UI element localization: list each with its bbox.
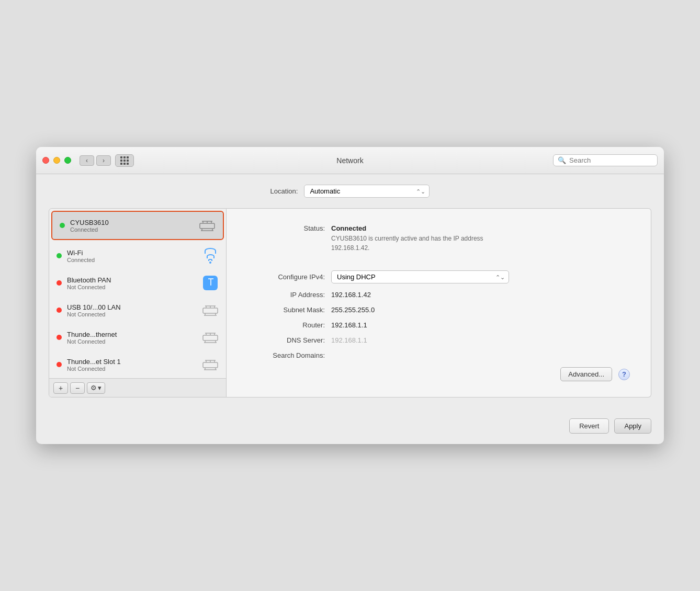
network-status: Not Connected — [67, 338, 197, 345]
sidebar-item-cyusb3610[interactable]: CYUSB3610 Connected — [51, 211, 224, 240]
location-label: Location: — [270, 187, 298, 195]
network-info: Thunde...et Slot 1 Not Connected — [67, 358, 197, 372]
network-status: Not Connected — [67, 366, 197, 372]
configure-ipv4-row: Configure IPv4: Using DHCP — [247, 270, 630, 283]
network-info: CYUSB3610 Connected — [70, 219, 194, 233]
ethernet-icon — [202, 302, 219, 319]
search-input[interactable] — [569, 156, 653, 164]
grid-button[interactable] — [115, 154, 134, 167]
svg-rect-8 — [203, 308, 218, 313]
network-name: Thunde...thernet — [67, 331, 197, 338]
ip-address-label: IP Address: — [247, 291, 331, 299]
status-dot-green — [57, 253, 62, 258]
network-status: Not Connected — [67, 311, 197, 317]
network-name: USB 10/...00 LAN — [67, 303, 197, 311]
svg-rect-24 — [203, 362, 218, 368]
ip-address-row: IP Address: 192.168.1.42 — [247, 291, 630, 299]
sidebar: CYUSB3610 Connected — [49, 208, 227, 397]
subnet-mask-value: 255.255.255.0 — [331, 306, 375, 314]
status-dot-red — [57, 280, 62, 286]
search-bar[interactable]: 🔍 — [553, 154, 658, 166]
network-name: CYUSB3610 — [70, 219, 194, 226]
network-info: USB 10/...00 LAN Not Connected — [67, 303, 197, 317]
location-select[interactable]: Automatic — [304, 185, 430, 198]
dns-server-row: DNS Server: 192.168.1.1 — [247, 336, 630, 344]
add-network-button[interactable]: + — [53, 382, 68, 394]
network-status: Connected — [67, 257, 197, 263]
remove-network-button[interactable]: − — [70, 382, 85, 394]
back-button[interactable]: ‹ — [80, 155, 94, 166]
network-info: Thunde...thernet Not Connected — [67, 331, 197, 345]
status-description: CYUSB3610 is currently active and has th… — [331, 234, 509, 253]
ethernet-icon — [199, 217, 216, 234]
ethernet-icon — [202, 329, 219, 346]
subnet-mask-label: Subnet Mask: — [247, 306, 331, 314]
network-name: Thunde...et Slot 1 — [67, 358, 197, 366]
window-title: Network — [336, 156, 363, 165]
gear-icon: ⚙ — [91, 384, 97, 392]
revert-button[interactable]: Revert — [569, 418, 609, 434]
forward-button[interactable]: › — [96, 155, 111, 166]
ipv4-select[interactable]: Using DHCP — [331, 270, 509, 283]
network-status: Connected — [70, 226, 194, 233]
subnet-mask-row: Subnet Mask: 255.255.255.0 — [247, 306, 630, 314]
sidebar-item-usb-lan[interactable]: USB 10/...00 LAN Not Connected — [49, 297, 226, 324]
sidebar-item-wifi[interactable]: Wi-Fi Connected — [49, 242, 226, 269]
window-body: Location: Automatic CYUSB3610 Connected — [36, 174, 664, 410]
sidebar-list: CYUSB3610 Connected — [49, 209, 226, 378]
chevron-down-icon: ▾ — [98, 384, 101, 392]
dns-server-value: 192.168.1.1 — [331, 336, 367, 344]
advanced-button[interactable]: Advanced... — [560, 367, 612, 381]
location-row: Location: Automatic — [49, 185, 651, 198]
status-dot-red — [57, 362, 62, 367]
detail-footer: Advanced... ? — [247, 367, 630, 381]
sidebar-item-bluetooth-pan[interactable]: Bluetooth PAN Not Connected ⟙ — [49, 269, 226, 297]
close-button[interactable] — [42, 157, 49, 164]
dns-server-label: DNS Server: — [247, 336, 331, 344]
main-content: CYUSB3610 Connected — [49, 208, 651, 397]
router-label: Router: — [247, 321, 331, 329]
sidebar-item-thunderbolt-ethernet[interactable]: Thunde...thernet Not Connected — [49, 324, 226, 351]
sidebar-toolbar: + − ⚙ ▾ — [49, 378, 226, 397]
network-status: Not Connected — [67, 284, 197, 290]
minimize-button[interactable] — [53, 157, 60, 164]
status-row: Status: Connected CYUSB3610 is currently… — [247, 224, 630, 253]
ethernet-icon — [202, 356, 219, 373]
wifi-icon — [202, 247, 219, 264]
ip-address-value: 192.168.1.42 — [331, 291, 371, 299]
search-domains-row: Search Domains: — [247, 351, 630, 359]
svg-rect-16 — [203, 335, 218, 340]
search-domains-label: Search Domains: — [247, 351, 331, 359]
titlebar: ‹ › Network 🔍 — [36, 147, 664, 174]
status-value: Connected — [331, 224, 509, 232]
nav-buttons: ‹ › — [80, 155, 111, 166]
maximize-button[interactable] — [64, 157, 71, 164]
network-window: ‹ › Network 🔍 Location: Automatic — [36, 147, 664, 444]
network-info: Wi-Fi Connected — [67, 249, 197, 263]
network-settings-button[interactable]: ⚙ ▾ — [87, 382, 105, 394]
location-select-wrapper: Automatic — [304, 185, 430, 198]
status-dot-red — [57, 335, 62, 340]
svg-rect-0 — [200, 223, 214, 229]
detail-panel: Status: Connected CYUSB3610 is currently… — [227, 208, 651, 397]
network-name: Wi-Fi — [67, 249, 197, 257]
search-icon: 🔍 — [558, 156, 566, 164]
network-info: Bluetooth PAN Not Connected — [67, 276, 197, 290]
status-label: Status: — [247, 224, 331, 232]
status-dot-green — [60, 223, 65, 228]
router-row: Router: 192.168.1.1 — [247, 321, 630, 329]
apply-button[interactable]: Apply — [614, 418, 651, 434]
help-button[interactable]: ? — [618, 369, 630, 380]
status-block: Connected CYUSB3610 is currently active … — [331, 224, 509, 253]
sidebar-item-thunderbolt-slot1[interactable]: Thunde...et Slot 1 Not Connected — [49, 351, 226, 378]
bottom-bar: Revert Apply — [36, 410, 664, 444]
status-dot-red — [57, 308, 62, 313]
network-name: Bluetooth PAN — [67, 276, 197, 284]
bluetooth-icon: ⟙ — [202, 275, 219, 291]
router-value: 192.168.1.1 — [331, 321, 367, 329]
ipv4-select-wrapper: Using DHCP — [331, 270, 509, 283]
traffic-lights — [42, 157, 71, 164]
configure-ipv4-label: Configure IPv4: — [247, 273, 331, 281]
